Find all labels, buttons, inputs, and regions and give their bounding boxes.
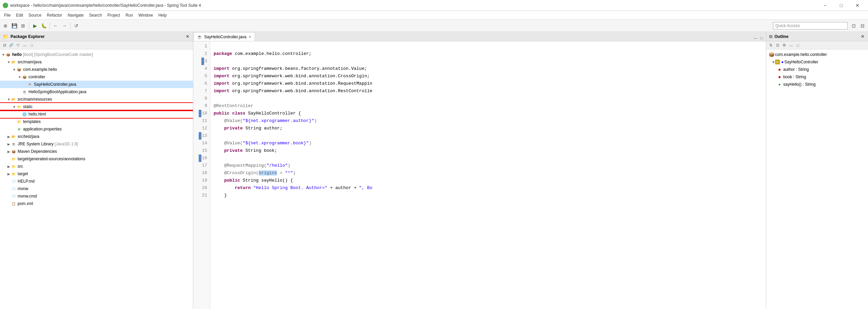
view-menu-button[interactable]: ▽	[15, 42, 21, 48]
tree-icon-controller: 📦	[22, 74, 27, 80]
tree-item-src[interactable]: ▶ 📁 src	[0, 163, 193, 170]
tree-item-controller[interactable]: ▼ 📦 controller	[0, 73, 193, 81]
window-title: workspace - hello/src/main/java/com/exam…	[10, 3, 817, 8]
link-editor-button[interactable]: 🔗	[8, 42, 14, 48]
tree-item-help-md[interactable]: 📄 HELP.md	[0, 178, 193, 185]
editor-maximize-button[interactable]: □	[758, 35, 765, 41]
menu-edit[interactable]: Edit	[13, 12, 26, 18]
tree-label-maven: Maven Dependencies	[18, 149, 57, 154]
tree-item-com-example-hello[interactable]: ▼ 📦 com.example.hello	[0, 66, 193, 73]
minimize-view-button[interactable]: —	[22, 42, 28, 48]
tree-icon-templates: 📁	[16, 119, 22, 124]
outline-settings-button[interactable]: ⚙	[781, 42, 787, 48]
outline-item-package[interactable]: 📦 com.example.hello.controller	[766, 51, 868, 58]
outline-item-class[interactable]: ▼ C ● SayHelloController	[766, 58, 868, 66]
menu-search[interactable]: Search	[86, 12, 105, 18]
tree-item-sayhellocontroller[interactable]: ☕ SayHelloController.java	[0, 81, 193, 88]
menu-navigate[interactable]: Navigate	[65, 12, 86, 18]
tb-save-button[interactable]: 💾	[10, 22, 18, 30]
outline-item-sayhello-method[interactable]: ● sayHello() : String	[766, 81, 868, 88]
tree-arrow-com-example-hello: ▼	[12, 68, 16, 71]
menu-file[interactable]: File	[1, 12, 13, 18]
maximize-button[interactable]: □	[833, 0, 849, 11]
tree-icon-src-test-java: 📂	[11, 134, 16, 139]
outline-tree: 📦 com.example.hello.controller ▼ C ● Say…	[766, 49, 868, 309]
tree-item-src-main-resources[interactable]: ▼ 📂 src/main/resources	[0, 96, 193, 103]
ln-6: 6	[193, 80, 207, 87]
tree-item-jre[interactable]: ▶ ☕ JRE System Library [JavaSE-1.8]	[0, 140, 193, 148]
ln-17: 17	[193, 162, 207, 169]
tree-arrow-target: ▶	[7, 172, 11, 176]
tree-item-application-properties[interactable]: ⚙ application.properties	[0, 125, 193, 133]
outline-maximize-button[interactable]: □	[795, 42, 801, 48]
outline-toolbar: ⇅ ⊡ ⚙ — □	[766, 41, 868, 49]
menu-bar: File Edit Source Refactor Navigate Searc…	[0, 11, 868, 20]
tree-item-target-generated[interactable]: 📁 target/generated-sources/annotations	[0, 155, 193, 163]
minimize-button[interactable]: −	[817, 0, 833, 11]
tree-item-src-main-java[interactable]: ▼ 📂 src/main/java	[0, 58, 193, 66]
tree-item-static[interactable]: ▼ 📁 static	[0, 103, 193, 110]
tree-label-src-main-java: src/main/java	[18, 60, 42, 64]
editor-tab-sayhello[interactable]: ☕ SayHelloController.java ✕	[193, 32, 255, 41]
tree-item-mvnw-cmd[interactable]: 📄 mvnw.cmd	[0, 192, 193, 200]
tree-label-target-generated: target/generated-sources/annotations	[18, 157, 85, 161]
tb-back-button[interactable]: ←	[52, 22, 60, 30]
tree-icon-hello: 📦	[5, 52, 11, 57]
package-explorer-panel: 📁 Package Explorer ✕ ⊟ 🔗 ▽ — □ ▼ 📦 hello…	[0, 32, 193, 309]
tree-item-src-test-java[interactable]: ▶ 📂 src/test/java	[0, 133, 193, 140]
tb-save-all-button[interactable]: ⊞	[19, 22, 27, 30]
outline-filter-button[interactable]: ⊡	[774, 42, 781, 48]
menu-refactor[interactable]: Refactor	[44, 12, 65, 18]
menu-window[interactable]: Window	[136, 12, 156, 18]
tree-label-src-main-resources: src/main/resources	[18, 97, 52, 102]
tree-arrow-hello: ▼	[1, 53, 5, 57]
tree-item-mvnw[interactable]: 📄 mvnw	[0, 185, 193, 192]
tb-views-button[interactable]: ⊟	[859, 22, 867, 30]
tree-arrow-src: ▶	[7, 165, 11, 168]
quick-access-input[interactable]: Quick Access	[773, 22, 848, 29]
tree-icon-pom-xml: 📋	[11, 201, 16, 206]
tree-item-hello[interactable]: ▼ 📦 hello [boot] [SpringBootCourseCode m…	[0, 51, 193, 58]
ln-8: 8	[193, 95, 207, 102]
editor-minimize-button[interactable]: —	[752, 35, 758, 41]
outline-icon-springbean: ●	[781, 60, 784, 64]
editor-tab-title: SayHelloController.java	[204, 35, 246, 39]
tb-debug-button[interactable]: 🐛	[40, 22, 48, 30]
close-button[interactable]: ✕	[850, 0, 865, 11]
window-controls: − □ ✕	[817, 0, 865, 11]
tree-icon-hello-html: 🌐	[22, 111, 27, 117]
tree-item-hello-html[interactable]: 🌐 hello.html	[0, 110, 193, 118]
maximize-view-button[interactable]: □	[28, 42, 35, 48]
tb-refresh-button[interactable]: ↺	[72, 22, 80, 30]
tb-run-button[interactable]: ▶	[31, 22, 39, 30]
outline-close-icon[interactable]: ✕	[860, 34, 865, 39]
menu-help[interactable]: Help	[156, 12, 170, 18]
outline-label-sayhello-method: sayHello() : String	[783, 82, 815, 87]
collapse-all-button[interactable]: ⊟	[1, 42, 7, 48]
tree-item-target[interactable]: ▶ 📁 target	[0, 170, 193, 178]
tb-new-button[interactable]: ⊕	[1, 22, 9, 30]
menu-source[interactable]: Source	[26, 12, 44, 18]
tb-forward-button[interactable]: →	[60, 22, 68, 30]
tree-arrow-jre: ▶	[7, 142, 11, 146]
outline-minimize-button[interactable]: —	[788, 42, 794, 48]
tree-item-hellospringboot[interactable]: ☕ HelloSpringBootApplication.java	[0, 88, 193, 96]
editor-tab-close-icon[interactable]: ✕	[249, 35, 251, 39]
tree-item-templates[interactable]: 📁 templates	[0, 118, 193, 125]
tb-perspective-button[interactable]: ⊡	[850, 22, 858, 30]
menu-project[interactable]: Project	[105, 12, 123, 18]
package-explorer-toolbar: ⊟ 🔗 ▽ — □	[0, 41, 193, 49]
tree-label-jre: JRE System Library [JavaSE-1.8]	[18, 142, 78, 146]
tree-icon-application-properties: ⚙	[16, 126, 22, 132]
code-editor[interactable]: package com.example.hello.controller; im…	[210, 41, 766, 309]
outline-item-book[interactable]: ■ book : String	[766, 73, 868, 81]
package-explorer-close-icon[interactable]: ✕	[185, 34, 190, 39]
tree-icon-target-generated: 📁	[11, 156, 16, 162]
editor-controls: — □	[752, 35, 766, 41]
tree-icon-jre: ☕	[11, 141, 16, 147]
outline-item-author[interactable]: ■ author : String	[766, 66, 868, 73]
tree-item-pom-xml[interactable]: 📋 pom.xml	[0, 200, 193, 207]
outline-sort-button[interactable]: ⇅	[768, 42, 774, 48]
tree-item-maven[interactable]: ▶ 📦 Maven Dependencies	[0, 148, 193, 155]
menu-run[interactable]: Run	[123, 12, 136, 18]
